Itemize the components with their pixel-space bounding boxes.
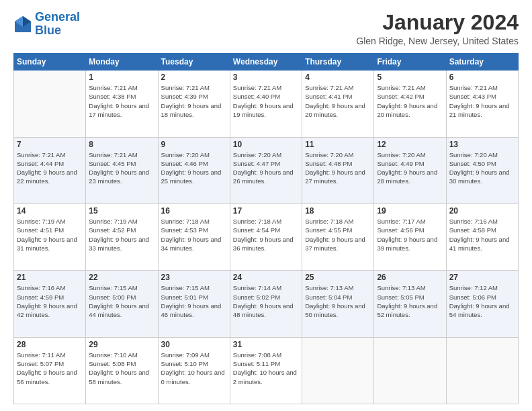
calendar-week-row: 1Sunrise: 7:21 AM Sunset: 4:38 PM Daylig… [14, 71, 519, 137]
calendar-week-row: 28Sunrise: 7:11 AM Sunset: 5:07 PM Dayli… [14, 337, 519, 404]
logo-line1: General [35, 10, 80, 24]
calendar-cell: 3Sunrise: 7:21 AM Sunset: 4:40 PM Daylig… [230, 71, 302, 137]
day-info: Sunrise: 7:08 AM Sunset: 5:11 PM Dayligh… [233, 351, 299, 386]
day-info: Sunrise: 7:21 AM Sunset: 4:44 PM Dayligh… [17, 150, 83, 186]
day-number: 22 [89, 273, 154, 282]
calendar-cell: 20Sunrise: 7:16 AM Sunset: 4:58 PM Dayli… [446, 203, 518, 270]
calendar-week-row: 7Sunrise: 7:21 AM Sunset: 4:44 PM Daylig… [14, 137, 519, 203]
calendar-cell [374, 337, 446, 404]
day-number: 31 [233, 340, 299, 349]
day-info: Sunrise: 7:19 AM Sunset: 4:52 PM Dayligh… [89, 217, 154, 253]
calendar-cell: 13Sunrise: 7:20 AM Sunset: 4:50 PM Dayli… [446, 137, 518, 203]
logo: General Blue [13, 11, 80, 38]
day-number: 23 [161, 273, 227, 282]
day-info: Sunrise: 7:20 AM Sunset: 4:47 PM Dayligh… [233, 150, 299, 186]
day-number: 8 [89, 140, 154, 149]
day-number: 12 [377, 140, 443, 149]
month-title: January 2024 [356, 11, 519, 34]
day-info: Sunrise: 7:20 AM Sunset: 4:49 PM Dayligh… [377, 150, 443, 186]
day-number: 29 [89, 340, 154, 349]
day-number: 18 [305, 206, 371, 216]
location: Glen Ridge, New Jersey, United States [356, 36, 519, 46]
day-number: 17 [233, 206, 299, 216]
calendar-cell: 26Sunrise: 7:13 AM Sunset: 5:05 PM Dayli… [374, 271, 446, 337]
calendar-cell: 16Sunrise: 7:18 AM Sunset: 4:53 PM Dayli… [158, 203, 230, 270]
calendar-cell: 22Sunrise: 7:15 AM Sunset: 5:00 PM Dayli… [86, 271, 158, 337]
calendar-cell: 10Sunrise: 7:20 AM Sunset: 4:47 PM Dayli… [230, 137, 302, 203]
calendar-cell: 24Sunrise: 7:14 AM Sunset: 5:02 PM Dayli… [230, 271, 302, 337]
calendar-cell [14, 71, 86, 137]
day-number: 27 [449, 273, 515, 282]
logo-line2: Blue [35, 24, 61, 37]
column-header-friday: Friday [374, 54, 446, 71]
day-info: Sunrise: 7:18 AM Sunset: 4:55 PM Dayligh… [305, 217, 371, 253]
day-number: 28 [17, 340, 83, 349]
day-info: Sunrise: 7:19 AM Sunset: 4:51 PM Dayligh… [17, 217, 83, 253]
calendar-cell: 30Sunrise: 7:09 AM Sunset: 5:10 PM Dayli… [158, 337, 230, 404]
day-number: 25 [305, 273, 371, 282]
calendar-cell: 9Sunrise: 7:20 AM Sunset: 4:46 PM Daylig… [158, 137, 230, 203]
calendar-header-row: SundayMondayTuesdayWednesdayThursdayFrid… [14, 54, 519, 71]
calendar-cell: 25Sunrise: 7:13 AM Sunset: 5:04 PM Dayli… [302, 271, 374, 337]
day-number: 9 [161, 140, 227, 149]
calendar-cell: 14Sunrise: 7:19 AM Sunset: 4:51 PM Dayli… [14, 203, 86, 270]
calendar-cell: 19Sunrise: 7:17 AM Sunset: 4:56 PM Dayli… [374, 203, 446, 270]
day-info: Sunrise: 7:11 AM Sunset: 5:07 PM Dayligh… [17, 351, 83, 386]
day-number: 4 [305, 73, 371, 82]
day-info: Sunrise: 7:14 AM Sunset: 5:02 PM Dayligh… [233, 283, 299, 319]
day-number: 3 [233, 73, 299, 82]
calendar-cell: 21Sunrise: 7:16 AM Sunset: 4:59 PM Dayli… [14, 271, 86, 337]
calendar-cell: 6Sunrise: 7:21 AM Sunset: 4:43 PM Daylig… [446, 71, 518, 137]
day-info: Sunrise: 7:13 AM Sunset: 5:05 PM Dayligh… [377, 283, 443, 319]
day-info: Sunrise: 7:21 AM Sunset: 4:39 PM Dayligh… [161, 83, 227, 119]
calendar-cell: 28Sunrise: 7:11 AM Sunset: 5:07 PM Dayli… [14, 337, 86, 404]
day-info: Sunrise: 7:21 AM Sunset: 4:40 PM Dayligh… [233, 83, 299, 119]
day-number: 1 [89, 73, 154, 82]
day-number: 15 [89, 206, 154, 216]
day-info: Sunrise: 7:21 AM Sunset: 4:38 PM Dayligh… [89, 83, 154, 119]
day-info: Sunrise: 7:09 AM Sunset: 5:10 PM Dayligh… [161, 351, 227, 386]
calendar-cell: 29Sunrise: 7:10 AM Sunset: 5:08 PM Dayli… [86, 337, 158, 404]
day-number: 11 [305, 140, 371, 149]
calendar-cell: 11Sunrise: 7:20 AM Sunset: 4:48 PM Dayli… [302, 137, 374, 203]
day-info: Sunrise: 7:15 AM Sunset: 5:01 PM Dayligh… [161, 283, 227, 319]
header: General Blue January 2024 Glen Ridge, Ne… [13, 11, 519, 46]
day-number: 6 [449, 73, 515, 82]
day-number: 21 [17, 273, 83, 282]
day-info: Sunrise: 7:12 AM Sunset: 5:06 PM Dayligh… [449, 283, 515, 319]
calendar-cell: 27Sunrise: 7:12 AM Sunset: 5:06 PM Dayli… [446, 271, 518, 337]
calendar-cell: 31Sunrise: 7:08 AM Sunset: 5:11 PM Dayli… [230, 337, 302, 404]
column-header-sunday: Sunday [14, 54, 86, 71]
day-info: Sunrise: 7:21 AM Sunset: 4:42 PM Dayligh… [377, 83, 443, 119]
column-header-wednesday: Wednesday [230, 54, 302, 71]
calendar-cell: 4Sunrise: 7:21 AM Sunset: 4:41 PM Daylig… [302, 71, 374, 137]
calendar-week-row: 21Sunrise: 7:16 AM Sunset: 4:59 PM Dayli… [14, 271, 519, 337]
day-info: Sunrise: 7:18 AM Sunset: 4:54 PM Dayligh… [233, 217, 299, 253]
day-info: Sunrise: 7:18 AM Sunset: 4:53 PM Dayligh… [161, 217, 227, 253]
calendar-week-row: 14Sunrise: 7:19 AM Sunset: 4:51 PM Dayli… [14, 203, 519, 270]
calendar-cell: 17Sunrise: 7:18 AM Sunset: 4:54 PM Dayli… [230, 203, 302, 270]
calendar-cell: 2Sunrise: 7:21 AM Sunset: 4:39 PM Daylig… [158, 71, 230, 137]
day-number: 30 [161, 340, 227, 349]
logo-icon [13, 15, 32, 34]
day-info: Sunrise: 7:16 AM Sunset: 4:59 PM Dayligh… [17, 283, 83, 319]
day-number: 10 [233, 140, 299, 149]
calendar-cell: 12Sunrise: 7:20 AM Sunset: 4:49 PM Dayli… [374, 137, 446, 203]
column-header-monday: Monday [86, 54, 158, 71]
day-info: Sunrise: 7:20 AM Sunset: 4:50 PM Dayligh… [449, 150, 515, 186]
day-info: Sunrise: 7:21 AM Sunset: 4:41 PM Dayligh… [305, 83, 371, 119]
day-number: 16 [161, 206, 227, 216]
day-info: Sunrise: 7:21 AM Sunset: 4:43 PM Dayligh… [449, 83, 515, 119]
day-info: Sunrise: 7:20 AM Sunset: 4:48 PM Dayligh… [305, 150, 371, 186]
day-number: 20 [449, 206, 515, 216]
calendar-cell: 15Sunrise: 7:19 AM Sunset: 4:52 PM Dayli… [86, 203, 158, 270]
day-info: Sunrise: 7:10 AM Sunset: 5:08 PM Dayligh… [89, 351, 154, 386]
title-block: January 2024 Glen Ridge, New Jersey, Uni… [356, 11, 519, 46]
calendar-table: SundayMondayTuesdayWednesdayThursdayFrid… [13, 53, 519, 404]
calendar-cell: 23Sunrise: 7:15 AM Sunset: 5:01 PM Dayli… [158, 271, 230, 337]
day-info: Sunrise: 7:16 AM Sunset: 4:58 PM Dayligh… [449, 217, 515, 253]
day-number: 24 [233, 273, 299, 282]
calendar-cell: 5Sunrise: 7:21 AM Sunset: 4:42 PM Daylig… [374, 71, 446, 137]
column-header-saturday: Saturday [446, 54, 518, 71]
calendar-cell: 1Sunrise: 7:21 AM Sunset: 4:38 PM Daylig… [86, 71, 158, 137]
